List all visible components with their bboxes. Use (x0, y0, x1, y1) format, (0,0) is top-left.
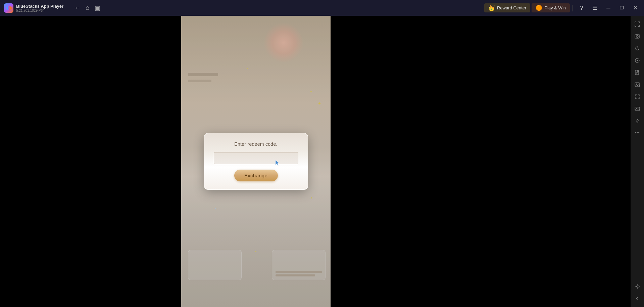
menu-button[interactable]: ☰ (589, 2, 601, 14)
sidebar-image-icon[interactable] (632, 103, 643, 115)
svg-point-15 (637, 286, 638, 288)
sidebar-settings-icon[interactable] (632, 281, 643, 292)
sidebar-rotate-icon[interactable] (632, 43, 643, 54)
arrow-left-icon (635, 296, 640, 301)
apk-icon (635, 70, 640, 75)
circle-dot-icon (635, 58, 640, 63)
reward-center-button[interactable]: 👑 Reward Center (484, 3, 530, 12)
app-name: BlueStacks App Player (16, 4, 63, 9)
sidebar-shake-icon[interactable] (632, 55, 643, 66)
svg-point-7 (637, 60, 638, 61)
game-viewport[interactable]: Enter redeem code. Exchange (181, 16, 331, 307)
expand-arrows-icon (635, 21, 640, 27)
window-icon[interactable]: ▣ (95, 4, 100, 12)
reward-center-label: Reward Center (497, 5, 526, 10)
titlebar-right: 👑 Reward Center 🟠 Play & Win ? ☰ ─ ❐ ✕ (484, 2, 644, 14)
camera-icon (635, 34, 640, 39)
sidebar-apk-icon[interactable] (632, 67, 643, 78)
svg-point-2 (8, 6, 10, 10)
gear-icon (635, 284, 640, 289)
main-content: Enter redeem code. Exchange (0, 16, 631, 307)
play-icon: 🟠 (536, 5, 542, 11)
restore-icon: ❐ (620, 5, 624, 10)
svg-rect-11 (635, 83, 640, 87)
menu-icon: ☰ (593, 5, 597, 11)
app-version: 5.21.201.1029 P64 (16, 9, 63, 12)
resize-icon (635, 94, 640, 99)
help-icon: ? (580, 5, 583, 11)
titlebar: BlueStacks App Player 5.21.201.1029 P64 … (0, 0, 644, 16)
sidebar-expand-icon[interactable] (632, 18, 643, 30)
lightning-icon (635, 118, 640, 124)
separator (573, 5, 573, 11)
reward-icon: 👑 (488, 5, 495, 11)
close-icon: ✕ (633, 5, 638, 11)
nav-icons: ← ⌂ ▣ (67, 4, 100, 12)
sidebar-back-icon[interactable] (632, 293, 643, 304)
photo-icon (635, 82, 640, 87)
game-background: Enter redeem code. Exchange (181, 16, 331, 307)
minimize-icon: ─ (606, 5, 610, 11)
restore-button[interactable]: ❐ (616, 2, 628, 14)
app-logo (4, 3, 13, 13)
redeem-code-input[interactable] (214, 152, 298, 164)
close-button[interactable]: ✕ (629, 2, 641, 14)
rotate-icon (635, 46, 640, 51)
play-win-label: Play & Win (544, 5, 566, 10)
app-title-area: BlueStacks App Player 5.21.201.1029 P64 (16, 4, 63, 12)
redeem-title: Enter redeem code. (214, 141, 298, 147)
redeem-dialog: Enter redeem code. Exchange (204, 133, 308, 190)
left-panel (0, 16, 181, 307)
back-icon[interactable]: ← (74, 4, 80, 11)
sidebar-resize-icon[interactable] (632, 91, 643, 102)
sidebar-screenshot2-icon[interactable] (632, 79, 643, 90)
home-icon[interactable]: ⌂ (86, 4, 89, 11)
right-panel (331, 16, 631, 307)
svg-point-4 (636, 36, 638, 38)
dialog-overlay: Enter redeem code. Exchange (181, 16, 331, 307)
play-win-button[interactable]: 🟠 Play & Win (532, 3, 570, 12)
image-icon (635, 106, 640, 112)
exchange-button[interactable]: Exchange (234, 170, 278, 181)
sidebar-boost-icon[interactable] (632, 115, 643, 127)
cursor-icon (274, 160, 281, 166)
help-button[interactable]: ? (576, 2, 588, 14)
sidebar-more-icon[interactable]: ••• (632, 127, 643, 139)
right-sidebar: ••• (631, 16, 644, 307)
app-logo-area: BlueStacks App Player 5.21.201.1029 P64 (0, 3, 67, 13)
more-dots: ••• (635, 131, 640, 135)
minimize-button[interactable]: ─ (602, 2, 614, 14)
sidebar-screenshot-icon[interactable] (632, 31, 643, 42)
svg-rect-3 (635, 35, 640, 38)
